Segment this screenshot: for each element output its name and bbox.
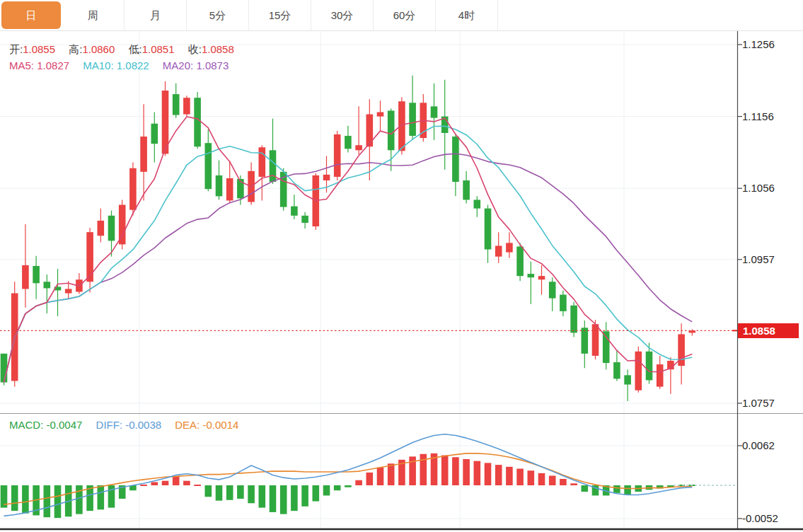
- macd-histogram-bar: [226, 485, 233, 500]
- candle-body: [226, 178, 233, 200]
- candle-body: [86, 232, 93, 282]
- macd-histogram-bar: [22, 485, 29, 514]
- macd-histogram-bar: [301, 485, 308, 507]
- low-value: 1.0851: [142, 43, 175, 55]
- diff-value-label: DIFF: -0.0038: [96, 419, 162, 431]
- tab-60min[interactable]: 60分: [374, 0, 436, 30]
- candle-body: [345, 136, 352, 149]
- candle-body: [301, 216, 308, 223]
- candle-body: [474, 200, 481, 208]
- macd-histogram-bar: [280, 485, 287, 514]
- ohlc-legend: 开:1.0855 高:1.0860 低:1.0851 收:1.0858: [9, 43, 245, 57]
- ma10-line: [4, 126, 693, 382]
- macd-histogram-bar: [441, 456, 449, 485]
- candle-body: [129, 168, 137, 210]
- ma-legend: MA5: 1.0827 MA10: 1.0822 MA20: 1.0873: [9, 59, 239, 71]
- candle-body: [635, 352, 642, 391]
- candle-body: [549, 282, 556, 298]
- ma5-legend: MA5: 1.0827: [9, 59, 69, 71]
- macd-histogram-bar: [76, 485, 83, 514]
- tab-5min[interactable]: 5分: [187, 0, 249, 30]
- low-label: 低:: [128, 43, 141, 55]
- tab-day[interactable]: 日: [1, 1, 61, 29]
- candle-body: [431, 106, 438, 117]
- diff-line: [4, 434, 693, 516]
- macd-histogram-bar: [377, 468, 384, 485]
- macd-histogram-bar: [98, 485, 105, 509]
- candle-body: [624, 375, 631, 384]
- macd-histogram-bar: [205, 485, 212, 497]
- macd-histogram-bar: [183, 481, 190, 485]
- macd-histogram-bar: [528, 470, 535, 485]
- candle-body: [560, 295, 567, 311]
- candle-body: [538, 276, 545, 279]
- candle-body: [463, 180, 470, 200]
- candle-body: [485, 209, 492, 250]
- macd-histogram-bar: [624, 485, 631, 495]
- macd-histogram-bar: [140, 485, 147, 486]
- macd-histogram-bar: [334, 485, 341, 490]
- candle-body: [108, 216, 115, 241]
- candle-body: [65, 289, 72, 293]
- macd-value-label: MACD: -0.0047: [9, 419, 82, 431]
- macd-histogram-bar: [291, 485, 298, 511]
- macd-histogram-bar: [582, 485, 589, 492]
- kline-chart-canvas[interactable]: [0, 0, 803, 532]
- macd-histogram-bar: [613, 485, 620, 493]
- macd-histogram-bar: [151, 482, 158, 485]
- price-axis-label: 1.1156: [742, 110, 774, 123]
- macd-histogram-bar: [11, 485, 18, 511]
- macd-histogram-bar: [323, 485, 330, 495]
- macd-histogram-bar: [463, 459, 470, 485]
- macd-histogram-bar: [388, 463, 395, 485]
- tab-month[interactable]: 月: [125, 0, 187, 30]
- macd-histogram-bar: [194, 485, 201, 486]
- macd-histogram-bar: [162, 481, 169, 485]
- macd-legend: MACD: -0.0047 DIFF: -0.0038 DEA: -0.0014: [9, 419, 249, 431]
- candle-body: [44, 282, 51, 288]
- macd-histogram-bar: [549, 475, 556, 485]
- macd-histogram-bar: [270, 485, 277, 512]
- tab-week[interactable]: 周: [62, 0, 125, 30]
- current-price-badge: 1.0858: [738, 323, 799, 338]
- candle-body: [98, 221, 105, 236]
- candle-body: [140, 137, 147, 172]
- macd-histogram-bar: [355, 480, 362, 485]
- candle-body: [334, 134, 341, 177]
- candle-body: [355, 145, 362, 150]
- macd-histogram-bar: [570, 483, 577, 485]
- open-value: 1.0855: [23, 43, 55, 55]
- candle-body: [366, 115, 374, 147]
- tab-4hour[interactable]: 4时: [436, 0, 498, 30]
- candle-body: [646, 352, 653, 381]
- candle-body: [194, 98, 201, 146]
- candle-body: [151, 124, 158, 144]
- macd-histogram-bar: [474, 461, 481, 485]
- price-axis-label: 1.0957: [742, 253, 775, 266]
- macd-histogram-bar: [248, 485, 255, 503]
- candle-body: [259, 147, 266, 177]
- candle-body: [516, 246, 524, 276]
- candle-body: [657, 364, 664, 386]
- macd-histogram-bar: [516, 469, 524, 485]
- candle-body: [173, 94, 180, 115]
- macd-axis-label: 0.0062: [742, 439, 775, 452]
- macd-histogram-bar: [237, 485, 244, 499]
- candle-body: [388, 110, 395, 150]
- macd-histogram-bar: [366, 473, 374, 485]
- candle-body: [592, 324, 599, 356]
- candle-body: [216, 175, 223, 196]
- high-value: 1.0860: [82, 43, 115, 55]
- tab-15min[interactable]: 15分: [249, 0, 311, 30]
- candle-body: [22, 265, 29, 289]
- open-label: 开:: [9, 43, 23, 55]
- macd-histogram-bar: [506, 467, 513, 485]
- candle-body: [570, 306, 577, 333]
- macd-histogram-bar: [313, 485, 320, 502]
- kline-app: { "tabs": { "items": [ {"label": "日", "a…: [0, 0, 803, 532]
- tab-30min[interactable]: 30分: [311, 0, 374, 30]
- macd-axis-label: -0.0052: [742, 512, 778, 525]
- macd-histogram-bar: [452, 457, 459, 485]
- candle-body: [528, 274, 535, 277]
- candle-body: [506, 243, 513, 252]
